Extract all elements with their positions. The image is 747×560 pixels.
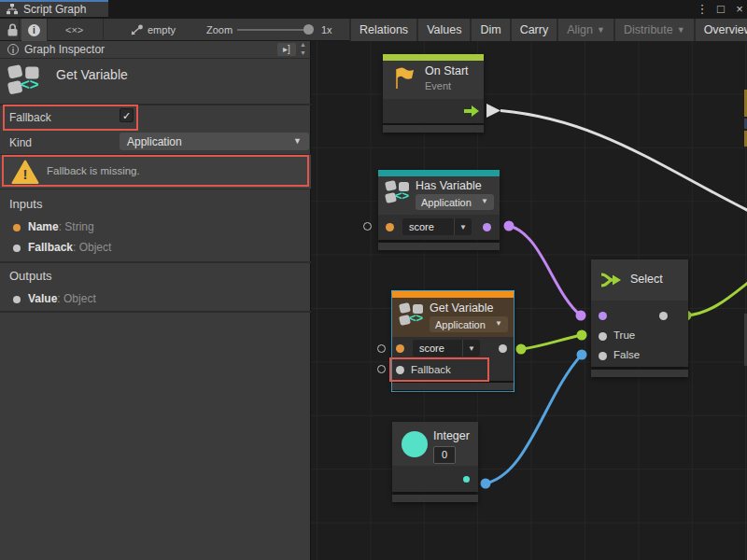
window-menu-icon[interactable]: ⋮	[695, 1, 710, 18]
breadcrumb[interactable]: empty	[148, 19, 176, 41]
variables-icon: <>	[386, 180, 412, 206]
svg-text:!: !	[23, 166, 28, 182]
input-row: Name: String	[28, 220, 94, 233]
input-row: Fallback: Object	[28, 241, 111, 254]
info-icon: i	[28, 24, 40, 36]
graph-breadcrumb-icon	[129, 24, 144, 36]
port-fallback-input[interactable]	[396, 366, 404, 374]
relations-button[interactable]: Relations	[349, 19, 416, 41]
align-button[interactable]: Align▼	[557, 19, 613, 41]
toolbar-separator	[19, 19, 20, 41]
node-color-bar	[383, 54, 484, 61]
window-close-icon[interactable]: ×	[732, 1, 747, 18]
dim-button[interactable]: Dim	[470, 19, 509, 41]
scroll-up-icon[interactable]: ▲	[300, 41, 306, 49]
variable-kind-dropdown[interactable]: Application▼	[430, 316, 508, 332]
wire-arrowhead	[486, 104, 500, 118]
kind-dropdown[interactable]: Application ▼	[120, 133, 309, 150]
node-title: Select	[630, 273, 663, 286]
wire-onstart-flow	[500, 111, 747, 212]
port-bool-output[interactable]	[483, 223, 491, 231]
toolbar-separator	[103, 19, 104, 41]
node-get-variable[interactable]: <> Get Variable Application▼ score ▼ Fal…	[392, 291, 514, 391]
distribute-button[interactable]: Distribute▼	[613, 19, 694, 41]
chevron-down-icon: ▼	[677, 25, 685, 35]
node-footer	[591, 370, 688, 377]
overview-button[interactable]: Overview	[694, 19, 747, 41]
flag-icon	[392, 66, 416, 91]
node-integer[interactable]: Integer 0	[392, 422, 478, 502]
divider	[0, 311, 311, 313]
wire-hasvariable-select	[509, 226, 581, 315]
port-name-input[interactable]	[386, 223, 394, 231]
variable-name-field[interactable]: score ▼	[402, 218, 472, 235]
inspector-toggle-button[interactable]: i	[21, 19, 47, 41]
scroll-down-icon[interactable]: ▼	[300, 49, 306, 57]
port-label: False	[613, 349, 640, 360]
variables-toggle-icon[interactable]: <×>	[65, 19, 83, 41]
integer-icon	[402, 431, 428, 457]
divider	[0, 261, 311, 263]
port-hollow-circle[interactable]	[363, 222, 372, 231]
integer-value-field[interactable]: 0	[433, 446, 456, 464]
node-title: Has Variable	[416, 179, 482, 192]
warning-box: ! Fallback is missing.	[0, 154, 311, 189]
fallback-option-label: Fallback	[9, 111, 51, 124]
zoom-slider[interactable]	[237, 29, 313, 31]
zoom-label: Zoom	[206, 19, 233, 41]
values-button[interactable]: Values	[416, 19, 470, 41]
node-footer	[378, 243, 500, 250]
lock-icon[interactable]	[6, 22, 20, 37]
port-label: Fallback	[411, 364, 451, 375]
inspector-title: Graph Inspector	[24, 43, 105, 56]
node-summary: <> Get Variable	[0, 58, 311, 105]
variable-kind-dropdown[interactable]: Application▼	[416, 194, 494, 210]
port-hollow-circle[interactable]	[377, 344, 386, 353]
port-int-output[interactable]	[463, 476, 470, 483]
node-subtitle: Event	[425, 80, 451, 91]
flow-output-port[interactable]	[463, 105, 480, 118]
port-dot	[13, 296, 21, 303]
node-footer	[392, 495, 478, 502]
node-has-variable[interactable]: <> Has Variable Application▼ score ▼	[378, 170, 500, 250]
port-hollow-circle[interactable]	[377, 365, 386, 373]
node-footer	[392, 383, 514, 390]
wire-select-out	[686, 282, 747, 315]
port-value-output[interactable]	[499, 344, 507, 353]
chevron-down-icon: ▼	[293, 136, 302, 146]
graph-canvas[interactable]: On Start Event <> Has Variable Applicati…	[311, 41, 747, 560]
warning-icon: !	[11, 160, 39, 185]
port-condition-input[interactable]	[599, 312, 607, 320]
chevron-down-icon: ▼	[495, 319, 502, 328]
port-false-input[interactable]	[599, 352, 607, 360]
node-header: Select	[591, 259, 688, 301]
chevron-down-icon: ▼	[454, 218, 472, 235]
node-title: On Start	[425, 64, 469, 77]
info-icon: i	[7, 44, 19, 55]
node-select[interactable]: Select True False	[591, 259, 688, 377]
chevron-down-icon: ▼	[597, 25, 605, 35]
zoom-slider-handle[interactable]	[303, 24, 314, 35]
zoom-value: 1x	[321, 19, 332, 41]
port-selection-output[interactable]	[659, 312, 668, 320]
port-name-input[interactable]	[396, 344, 404, 353]
port-true-input[interactable]	[599, 332, 607, 341]
output-row: Value: Object	[28, 292, 96, 305]
select-icon	[600, 271, 622, 289]
port-label: True	[613, 329, 635, 341]
window-maximize-icon[interactable]: □	[713, 1, 728, 18]
carry-button[interactable]: Carry	[510, 19, 557, 41]
node-title: Get Variable	[430, 301, 494, 315]
kind-label: Kind	[9, 136, 32, 149]
node-on-start[interactable]: On Start Event	[383, 54, 484, 133]
variables-icon: <>	[400, 302, 426, 329]
toolbar-buttons: Relations Values Dim Carry Align▼ Distri…	[349, 19, 747, 41]
fallback-checkbox[interactable]: ✓	[120, 108, 134, 122]
inputs-heading: Inputs	[9, 197, 42, 211]
node-color-bar	[392, 291, 514, 298]
tab-script-graph[interactable]: Script Graph	[0, 0, 108, 17]
dock-panel-icon[interactable]: ▸]	[277, 43, 296, 56]
variable-name-field[interactable]: score ▼	[413, 340, 480, 357]
wire-getvariable-select	[521, 335, 582, 349]
inspected-node-title: Get Variable	[56, 67, 128, 82]
